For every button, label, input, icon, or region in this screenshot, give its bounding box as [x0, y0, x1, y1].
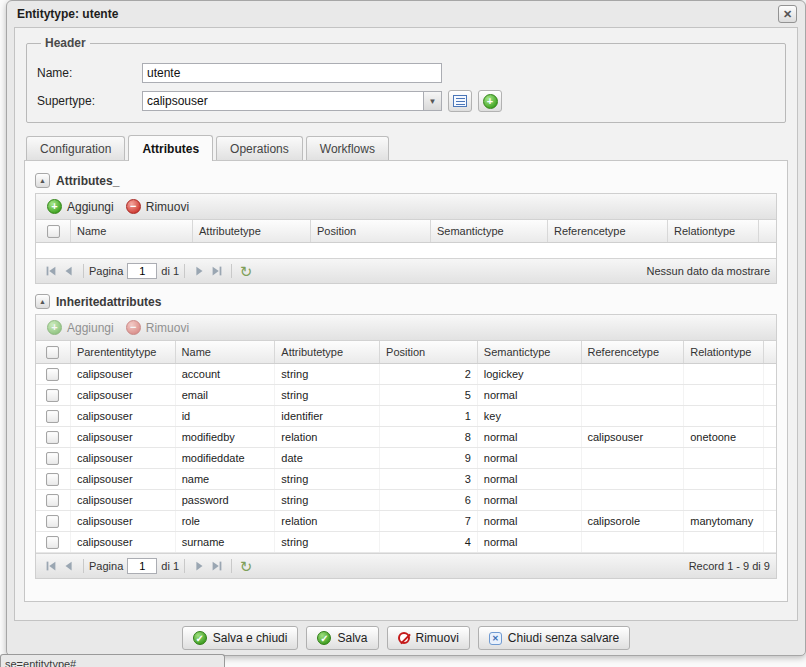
table-cell: normal	[478, 490, 582, 510]
table-cell: surname	[176, 532, 276, 552]
save-button[interactable]: ✓ Salva	[306, 626, 378, 650]
row-checkbox[interactable]	[46, 431, 59, 444]
column-header[interactable]: Name	[71, 220, 193, 242]
name-label: Name:	[37, 66, 142, 80]
first-page-icon[interactable]	[42, 262, 60, 280]
supertype-detail-button[interactable]	[448, 90, 472, 112]
name-field[interactable]	[142, 63, 442, 83]
table-cell: key	[478, 406, 582, 426]
supertype-field[interactable]	[142, 91, 423, 111]
table-cell: 1	[380, 406, 478, 426]
table-cell: 9	[380, 448, 478, 468]
row-checkbox[interactable]	[46, 494, 59, 507]
column-header[interactable]: Attributetype	[275, 341, 380, 363]
window-title: Entitytype: utente	[17, 7, 778, 21]
header-legend: Header	[41, 36, 90, 50]
table-cell: password	[176, 490, 276, 510]
table-cell: 7	[380, 511, 478, 531]
table-row[interactable]: calipsouseraccountstring2logickey	[36, 364, 776, 385]
row-checkbox[interactable]	[46, 368, 59, 381]
last-page-icon[interactable]	[208, 262, 226, 280]
column-header[interactable]: Attributetype	[193, 220, 311, 242]
row-checkbox[interactable]	[46, 473, 59, 486]
table-row[interactable]: calipsousermodifiedbyrelation8normalcali…	[36, 427, 776, 448]
table-cell	[684, 385, 764, 405]
column-header[interactable]: Relationtype	[668, 220, 759, 242]
header-fieldset: Header Name: Supertype: ▼ +	[26, 36, 786, 123]
add-inherited-button[interactable]: + Aggiungi	[42, 318, 119, 337]
table-row[interactable]: calipsousersurnamestring4normal	[36, 532, 776, 553]
table-row[interactable]: calipsouserrolerelation7normalcalipsorol…	[36, 511, 776, 532]
table-cell: normal	[478, 469, 582, 489]
tab-workflows[interactable]: Workflows	[306, 136, 389, 160]
pager-status: Nessun dato da mostrare	[646, 265, 770, 277]
column-header[interactable]: Semantictype	[431, 220, 548, 242]
tab-operations[interactable]: Operations	[216, 136, 303, 160]
collapse-icon[interactable]: ▲	[35, 294, 50, 309]
save-and-close-button[interactable]: ✓ Salva e chiudi	[182, 626, 299, 650]
next-page-icon[interactable]	[190, 557, 208, 575]
column-header[interactable]: Position	[311, 220, 431, 242]
first-page-icon[interactable]	[42, 557, 60, 575]
close-without-saving-button[interactable]: ✕ Chiudi senza salvare	[478, 626, 630, 650]
page-number-input[interactable]	[127, 263, 157, 279]
tab-configuration[interactable]: Configuration	[26, 136, 125, 160]
tab-attributes[interactable]: Attributes	[128, 135, 213, 161]
table-cell	[684, 448, 764, 468]
table-cell: modifieddate	[176, 448, 276, 468]
chevron-down-icon[interactable]: ▼	[423, 91, 442, 111]
row-checkbox[interactable]	[46, 515, 59, 528]
add-attribute-button[interactable]: + Aggiungi	[42, 197, 119, 216]
table-row[interactable]: calipsousermodifieddatedate9normal	[36, 448, 776, 469]
inherited-panel: + Aggiungi − Rimuovi Parententitytype Na…	[35, 314, 777, 579]
row-checkbox[interactable]	[46, 452, 59, 465]
collapse-icon[interactable]: ▲	[35, 173, 50, 188]
remove-button[interactable]: Rimuovi	[387, 626, 470, 650]
tabstrip: Configuration Attributes Operations Work…	[24, 135, 788, 160]
table-cell: calipsouser	[582, 427, 685, 447]
table-cell: normal	[478, 532, 582, 552]
table-cell: normal	[478, 448, 582, 468]
remove-inherited-button[interactable]: − Rimuovi	[121, 318, 194, 337]
table-cell: identifier	[275, 406, 380, 426]
table-cell: 2	[380, 364, 478, 384]
table-row[interactable]: calipsousernamestring3normal	[36, 469, 776, 490]
table-row[interactable]: calipsouserididentifier1key	[36, 406, 776, 427]
table-cell: manytomany	[684, 511, 764, 531]
row-checkbox[interactable]	[46, 389, 59, 402]
row-checkbox[interactable]	[46, 536, 59, 549]
table-cell: 8	[380, 427, 478, 447]
column-header[interactable]: Referencetype	[582, 341, 685, 363]
column-header[interactable]: Referencetype	[548, 220, 668, 242]
remove-attribute-button[interactable]: − Rimuovi	[121, 197, 194, 216]
column-header[interactable]: Parententitytype	[71, 341, 176, 363]
table-cell: string	[275, 385, 380, 405]
column-header[interactable]: Semantictype	[478, 341, 582, 363]
table-cell	[582, 532, 685, 552]
supertype-add-button[interactable]: +	[478, 90, 502, 112]
select-all-checkbox[interactable]	[47, 225, 60, 238]
column-header[interactable]: Relationtype	[684, 341, 764, 363]
table-cell: calipsouser	[71, 469, 176, 489]
select-all-checkbox[interactable]	[46, 346, 59, 359]
table-cell: date	[275, 448, 380, 468]
page-number-input[interactable]	[127, 558, 157, 574]
refresh-icon[interactable]: ↻	[237, 557, 255, 575]
last-page-icon[interactable]	[208, 557, 226, 575]
prev-page-icon[interactable]	[60, 262, 78, 280]
table-row[interactable]: calipsouseremailstring5normal	[36, 385, 776, 406]
table-cell: relation	[275, 511, 380, 531]
column-header[interactable]: Name	[176, 341, 276, 363]
table-row[interactable]: calipsouserpasswordstring6normal	[36, 490, 776, 511]
row-checkbox[interactable]	[46, 410, 59, 423]
table-cell	[582, 448, 685, 468]
table-cell: email	[176, 385, 276, 405]
column-header[interactable]: Position	[380, 341, 478, 363]
window-titlebar[interactable]: Entitytype: utente ✕	[7, 1, 805, 27]
table-cell: onetoone	[684, 427, 764, 447]
close-icon[interactable]: ✕	[778, 5, 797, 23]
next-page-icon[interactable]	[190, 262, 208, 280]
entitytype-window: Entitytype: utente ✕ Header Name: Supert…	[6, 0, 806, 656]
refresh-icon[interactable]: ↻	[237, 262, 255, 280]
prev-page-icon[interactable]	[60, 557, 78, 575]
